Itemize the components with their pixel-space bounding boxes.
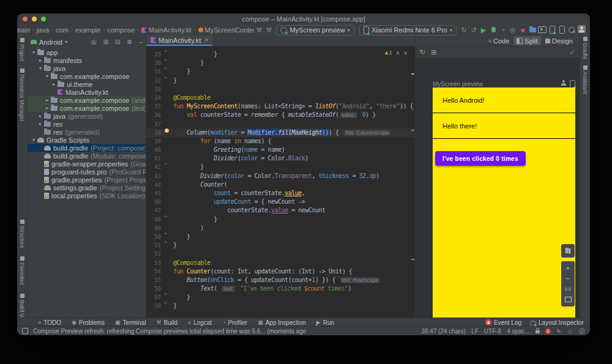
- tree-row[interactable]: ▾app: [28, 48, 146, 56]
- code-line[interactable]: 36 val counterState = remember { mutable…: [146, 111, 415, 119]
- fold-marker-icon[interactable]: [161, 284, 170, 293]
- fold-marker-icon[interactable]: [161, 172, 170, 180]
- profile-avatar-icon[interactable]: [577, 24, 586, 35]
- fold-marker-icon[interactable]: ^: [161, 232, 170, 241]
- stop-icon[interactable]: ■: [518, 25, 528, 35]
- fold-marker-icon[interactable]: [161, 259, 170, 267]
- fold-marker-icon[interactable]: [161, 120, 170, 128]
- tree-row[interactable]: ▾Gradle Scripts: [28, 136, 146, 144]
- change-stripe-mark[interactable]: [411, 259, 414, 260]
- tool-window-button-terminal[interactable]: ▣Terminal: [115, 319, 146, 326]
- zoom-fit-button[interactable]: [561, 294, 575, 305]
- mode-split[interactable]: Split: [513, 36, 540, 45]
- collapse-all-icon[interactable]: ⊟: [115, 39, 120, 45]
- tree-row[interactable]: ▸ui.theme: [28, 80, 146, 88]
- code-line[interactable]: 35fun MyScreenContent(names: List<String…: [146, 102, 415, 111]
- happy-feedback-icon[interactable]: ☺: [567, 328, 573, 335]
- breadcrumb-item[interactable]: java: [36, 26, 50, 34]
- tool-window-button-todo[interactable]: ≡TODO: [38, 319, 61, 326]
- code-line[interactable]: 55 Button(onClick = { updateCount(count+…: [146, 276, 415, 284]
- code-line[interactable]: 51^}: [146, 241, 415, 250]
- breadcrumb-item[interactable]: com: [55, 26, 69, 34]
- code-area[interactable]: ▲1 ∧ ∨ 29^ }30^ }31^ }32^}3334@Composabl…: [146, 46, 415, 318]
- fold-marker-icon[interactable]: [161, 128, 170, 137]
- zoom-actual-button[interactable]: 1:1: [561, 284, 575, 294]
- tool-window-button-favorites[interactable]: Favorites: [19, 256, 25, 285]
- code-line[interactable]: 41 Divider(color = Color.Black): [146, 154, 415, 163]
- search-everywhere-icon[interactable]: [567, 25, 577, 35]
- tree-row[interactable]: ▸manifests: [28, 56, 146, 64]
- button-layout-inspector[interactable]: Layout Inspector: [530, 319, 584, 327]
- code-line[interactable]: 33: [146, 85, 415, 94]
- fold-marker-icon[interactable]: ^: [161, 302, 170, 310]
- code-line[interactable]: 31^ }: [146, 67, 415, 76]
- tree-row[interactable]: ▾com.example.compose: [28, 72, 146, 80]
- tool-window-button-profiler[interactable]: ◔Profiler: [222, 319, 247, 326]
- expand-all-icon[interactable]: ⊞: [103, 39, 108, 45]
- preview-canvas[interactable]: MyScreen preview Hello Android! Hello th…: [416, 58, 580, 318]
- code-line[interactable]: 54fun Counter(count: Int, updateCount: (…: [146, 267, 415, 276]
- code-line[interactable]: 47 counterState.value = newCount: [146, 206, 415, 215]
- next-problem-icon[interactable]: ∨: [403, 48, 408, 57]
- project-view-select[interactable]: Android: [39, 39, 62, 46]
- code-line[interactable]: 46 updateCount = { newCount ->: [146, 198, 415, 206]
- code-line[interactable]: 48^ }: [146, 215, 415, 224]
- apply-changes-icon[interactable]: ↻: [459, 25, 469, 35]
- debug-icon[interactable]: [488, 25, 498, 35]
- pan-tool-button[interactable]: [561, 244, 575, 258]
- fold-marker-icon[interactable]: [161, 180, 170, 189]
- prev-problem-icon[interactable]: ∧: [396, 48, 400, 57]
- code-line[interactable]: 57^ }: [146, 293, 415, 302]
- indent-setting[interactable]: 4 spac...: [507, 328, 530, 335]
- fold-marker-icon[interactable]: [161, 206, 170, 215]
- fold-marker-icon[interactable]: [161, 102, 170, 111]
- tree-row[interactable]: proguard-rules.pro(ProGuard Rules for ap…: [28, 168, 146, 176]
- code-line[interactable]: 39 for (name in names) {: [146, 137, 415, 146]
- code-line[interactable]: 42^ }: [146, 163, 415, 171]
- fold-marker-icon[interactable]: ^: [161, 163, 170, 171]
- apply-code-changes-icon[interactable]: ↺: [469, 25, 479, 35]
- counter-button[interactable]: I've been clicked 0 times: [435, 151, 526, 166]
- tree-row[interactable]: ▸java(generated): [28, 112, 146, 120]
- fold-marker-icon[interactable]: [161, 154, 170, 163]
- file-encoding[interactable]: UTF-8: [484, 328, 501, 335]
- zoom-window-button[interactable]: [41, 17, 46, 21]
- code-line[interactable]: 38 Column(modifier = Modifier.fillMaxHei…: [146, 128, 415, 137]
- warning-stripe-mark[interactable]: [411, 73, 414, 75]
- inspection-widget[interactable]: ▲1 ∧ ∨: [384, 48, 408, 57]
- tree-row[interactable]: ▸res: [28, 120, 146, 128]
- code-line[interactable]: 44 Counter(: [146, 180, 415, 189]
- mode-design[interactable]: Design: [542, 36, 576, 45]
- fold-marker-icon[interactable]: [161, 111, 170, 119]
- tool-window-button-resource-manager[interactable]: Resource Manager: [19, 69, 25, 122]
- fold-marker-icon[interactable]: ^: [161, 215, 170, 224]
- fold-marker-icon[interactable]: ^: [161, 76, 170, 85]
- code-line[interactable]: 56 Text( text: "I've been clicked $count…: [146, 284, 415, 293]
- fold-marker-icon[interactable]: ^: [161, 241, 170, 250]
- tree-row[interactable]: build.gradle(Project: compose): [28, 144, 146, 152]
- tool-window-button-logcat[interactable]: ≡Logcat: [188, 319, 212, 326]
- fold-marker-icon[interactable]: [161, 198, 170, 206]
- settings-gear-icon[interactable]: ⚙: [127, 39, 132, 45]
- code-line[interactable]: 32^}: [146, 76, 415, 85]
- breadcrumb-item[interactable]: compose: [106, 26, 135, 34]
- tree-row[interactable]: ▸com.example.compose(androidTest): [28, 96, 146, 104]
- fold-marker-icon[interactable]: [161, 137, 170, 146]
- code-line[interactable]: 53@Composable: [146, 259, 415, 267]
- tool-window-button-problems[interactable]: ◉Problems: [72, 319, 105, 326]
- tree-row[interactable]: build.gradle(Module: compose.app): [28, 152, 146, 160]
- code-line[interactable]: 34@Composable: [146, 94, 415, 102]
- tree-row[interactable]: local.properties(SDK Location): [28, 191, 146, 199]
- rendered-preview[interactable]: Hello Android! Hello there! I've been cl…: [433, 87, 575, 318]
- code-line[interactable]: 49 ): [146, 224, 415, 232]
- fold-marker-icon[interactable]: ^: [161, 59, 170, 67]
- tool-window-button-project[interactable]: Project: [19, 38, 25, 61]
- code-line[interactable]: 50^ }: [146, 232, 415, 241]
- fold-marker-icon[interactable]: ^: [161, 293, 170, 302]
- breadcrumb-item[interactable]: main: [17, 26, 31, 34]
- attach-debugger-icon[interactable]: ◎: [508, 25, 518, 35]
- fold-marker-icon[interactable]: ^: [161, 50, 170, 59]
- fold-marker-icon[interactable]: [161, 85, 170, 94]
- code-line[interactable]: 30^ }: [146, 59, 415, 67]
- tool-window-button-build[interactable]: ⚒Build: [156, 319, 177, 326]
